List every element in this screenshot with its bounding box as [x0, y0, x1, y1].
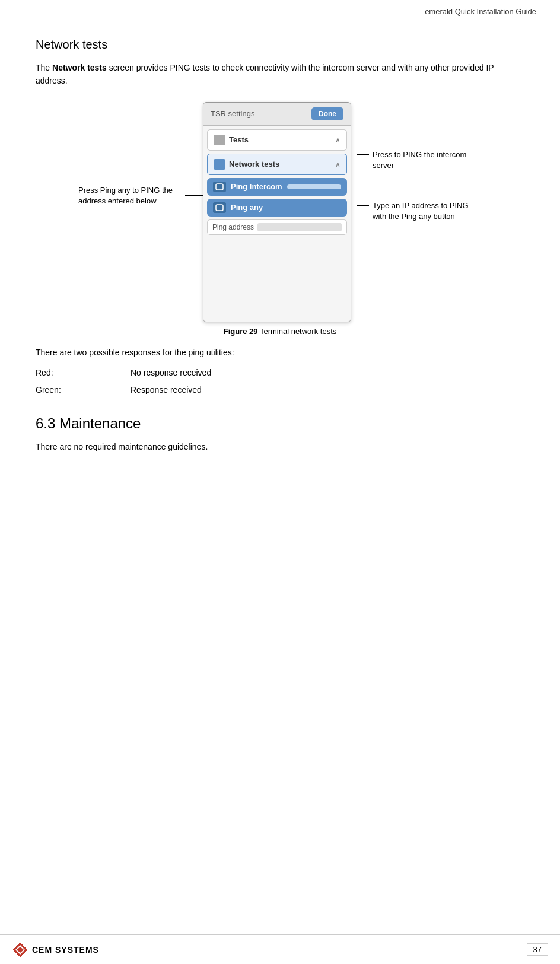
svg-rect-0	[216, 184, 223, 190]
footer-logo-text: CEM SYSTEMS	[32, 945, 99, 955]
phone-header: TSR settings Done	[203, 103, 351, 126]
ping-any-label: Ping any	[231, 203, 263, 212]
phone-header-title: TSR settings	[211, 109, 254, 118]
right-annotation-area: Press to PING the intercom server Type a…	[351, 102, 482, 222]
phone-spacer	[207, 235, 347, 318]
figure-container: Press Ping any to PING the address enter…	[36, 102, 524, 336]
response-item-green: Green: Response received	[36, 384, 524, 396]
ping-intercom-icon	[213, 182, 226, 192]
intro-bold: Network tests	[52, 63, 107, 72]
tests-row-label: Tests	[229, 135, 249, 144]
network-tests-row-icon	[214, 159, 225, 170]
network-tests-row: Network tests ∧	[207, 154, 347, 175]
tests-row-icon	[214, 135, 225, 145]
callout-line-right-top	[357, 154, 369, 155]
section-intro: The Network tests screen provides PING t…	[36, 61, 524, 88]
response-green-label: Green:	[36, 384, 131, 396]
page-footer: CEM SYSTEMS 37	[0, 934, 560, 964]
response-red-label: Red:	[36, 367, 131, 379]
page-content: Network tests The Network tests screen p…	[0, 20, 560, 501]
header-title: emerald Quick Installation Guide	[425, 7, 536, 16]
response-red-value: No response received	[131, 367, 524, 379]
figure-caption-bold: Figure 29	[224, 327, 258, 336]
network-tests-row-arrow: ∧	[335, 160, 341, 168]
ping-address-label: Ping address	[212, 223, 254, 231]
left-annotation-area: Press Ping any to PING the address enter…	[78, 102, 203, 206]
left-annotation-text: Press Ping any to PING the address enter…	[78, 185, 185, 206]
right-annotation-top-text: Press to PING the intercom server	[369, 149, 482, 171]
ping-any-icon	[213, 202, 226, 213]
response-list: Red: No response received Green: Respons…	[36, 367, 524, 396]
cem-logo-icon	[12, 941, 28, 958]
phone-mockup: TSR settings Done Tests ∧	[203, 102, 351, 322]
footer-page-number: 37	[527, 943, 548, 956]
ping-address-row: Ping address	[207, 219, 347, 235]
network-tests-row-label: Network tests	[229, 160, 279, 168]
tests-row-arrow: ∧	[335, 136, 341, 144]
phone-done-button: Done	[311, 107, 343, 120]
svg-rect-1	[216, 205, 223, 211]
section-63-text: There are no required maintenance guidel…	[36, 440, 524, 453]
ping-intercom-row: Ping Intercom	[207, 178, 347, 196]
section-network-heading: Network tests	[36, 38, 524, 52]
section-63: 6.3 Maintenance There are no required ma…	[36, 415, 524, 453]
ping-intercom-result-bar	[287, 184, 341, 189]
response-green-value: Response received	[131, 384, 524, 396]
section-63-heading: 6.3 Maintenance	[36, 415, 524, 432]
responses-intro: There are two possible responses for the…	[36, 348, 524, 357]
phone-body: Tests ∧ Network tests ∧	[203, 126, 351, 322]
tests-row: Tests ∧	[207, 129, 347, 151]
figure-caption-text: Terminal network tests	[258, 327, 337, 336]
intro-prefix: The	[36, 63, 52, 72]
figure-caption: Figure 29 Terminal network tests	[224, 327, 337, 336]
ping-address-input	[257, 223, 342, 231]
callout-line-left	[185, 195, 203, 196]
footer-logo: CEM SYSTEMS	[12, 941, 99, 958]
page-header: emerald Quick Installation Guide	[0, 0, 560, 20]
response-item-red: Red: No response received	[36, 367, 524, 379]
ping-any-row: Ping any	[207, 199, 347, 217]
ping-intercom-label: Ping Intercom	[231, 182, 282, 191]
callout-line-right-bottom	[357, 205, 369, 206]
right-annotation-bottom-text: Type an IP address to PING with the Ping…	[369, 201, 482, 222]
